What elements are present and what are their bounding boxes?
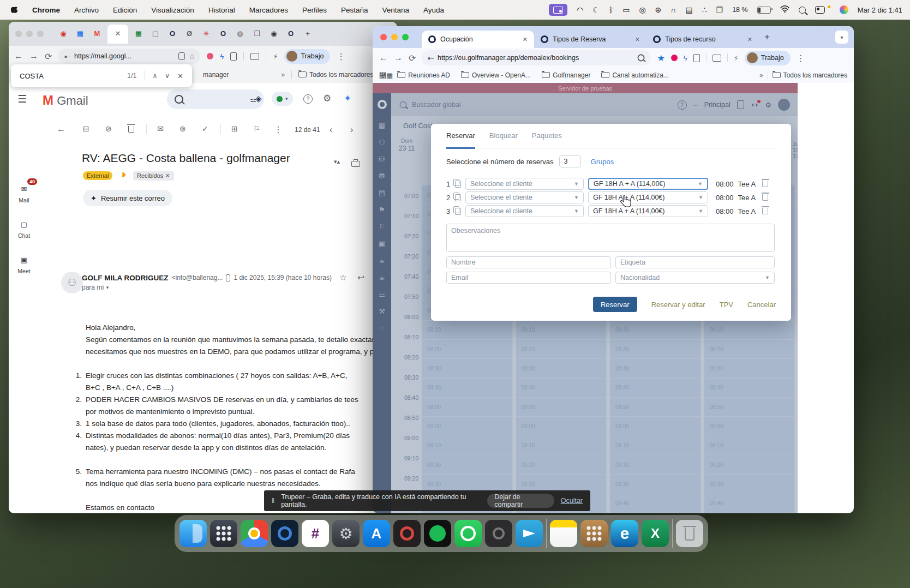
move-to-icon[interactable]: ⊞: [231, 124, 238, 133]
dock-app-icon[interactable]: [179, 520, 207, 547]
minimize-window-button[interactable]: [391, 34, 398, 40]
chrome-menu-icon[interactable]: ⋮: [337, 51, 345, 62]
find-query[interactable]: COSTA: [20, 72, 44, 80]
reply-icon[interactable]: ↩: [357, 273, 364, 283]
wifi-icon[interactable]: [780, 5, 789, 14]
dock-app-icon[interactable]: [516, 520, 543, 547]
reservar-button[interactable]: Reservar: [593, 297, 637, 312]
print-icon[interactable]: [351, 159, 360, 169]
folder-chip[interactable]: Recibidos ✕: [133, 171, 174, 181]
extension-dot-icon[interactable]: [671, 55, 678, 61]
product-select[interactable]: GF 18H A + A (114,00€)▼: [588, 191, 708, 203]
profile-chip[interactable]: Trabajo: [284, 49, 330, 64]
reload-button[interactable]: ⟳: [409, 53, 416, 63]
status-icon[interactable]: ∴: [702, 5, 707, 14]
search-icon[interactable]: [175, 95, 183, 104]
menubar-item[interactable]: Perfiles: [302, 6, 327, 14]
status-icon[interactable]: ❐: [716, 5, 723, 14]
labels-icon[interactable]: ⚐: [253, 124, 260, 133]
observations-textarea[interactable]: [446, 224, 775, 252]
external-label[interactable]: External: [83, 171, 112, 180]
find-next-icon[interactable]: ∨: [165, 72, 170, 80]
pinned-tab-icon[interactable]: ◉: [59, 29, 68, 38]
client-select[interactable]: Seleccione el cliente▼: [465, 191, 584, 203]
minimize-window-button[interactable]: [26, 31, 33, 37]
menubar-clock[interactable]: Mar 2 dic 1:41: [858, 6, 902, 14]
gmail-search-bar[interactable]: ⚍: [167, 89, 264, 109]
star-icon[interactable]: ☆: [339, 273, 346, 283]
site-info-icon[interactable]: ●–: [64, 53, 70, 59]
pinned-tab-icon[interactable]: ▢: [151, 29, 160, 38]
duplicate-row-icon[interactable]: [455, 181, 461, 188]
forward-button[interactable]: →: [29, 51, 38, 61]
apps-grid-icon[interactable]: ⿙︎▦: [379, 71, 393, 80]
email-input[interactable]: [446, 272, 611, 284]
find-previous-icon[interactable]: ∧: [153, 72, 158, 80]
extension-s-icon[interactable]: ϟ: [684, 54, 687, 62]
extension-dot-icon[interactable]: [207, 53, 213, 59]
pinned-tab-icon[interactable]: O: [168, 29, 177, 38]
close-window-button[interactable]: [15, 31, 22, 37]
hide-bar-link[interactable]: Ocultar: [561, 497, 583, 505]
spotlight-search-icon[interactable]: [799, 7, 806, 14]
browser-tab[interactable]: Ocupación ✕: [422, 31, 534, 48]
bookmark-item[interactable]: Golfmanager: [542, 71, 590, 79]
client-select[interactable]: Seleccione el cliente▼: [465, 205, 584, 217]
reservar-editar-button[interactable]: Reservar y editar: [651, 301, 705, 309]
dock-app-icon[interactable]: [676, 520, 703, 547]
pinned-tab-icon[interactable]: Ø: [185, 29, 194, 38]
screen-share-active-icon[interactable]: [549, 4, 567, 16]
pinned-tab-icon[interactable]: O: [286, 29, 295, 38]
close-window-button[interactable]: [380, 34, 387, 40]
mark-unread-icon[interactable]: ✉: [157, 124, 164, 133]
menubar-item[interactable]: Marcadores: [249, 6, 288, 14]
back-button[interactable]: ←: [14, 51, 23, 61]
collapse-icon[interactable]: ▾▴: [334, 158, 340, 165]
all-bookmarks-folder[interactable]: Todos los marcadores: [773, 71, 847, 79]
dock-app-icon[interactable]: [550, 520, 577, 547]
pinned-tab-icon[interactable]: ◉: [270, 29, 278, 38]
tab-search-button[interactable]: ▾: [835, 31, 848, 44]
companion-app-icon[interactable]: [840, 5, 848, 14]
status-icon[interactable]: ∩: [670, 5, 676, 14]
find-close-icon[interactable]: ✕: [177, 72, 183, 80]
bookmark-star-icon[interactable]: ☆: [189, 52, 195, 61]
sidebar-nav-item[interactable]: ▣ Meet: [14, 253, 34, 274]
back-to-inbox-icon[interactable]: ←: [57, 124, 65, 134]
pinned-tab-icon[interactable]: ✕: [107, 25, 128, 44]
settings-gear-icon[interactable]: ⚙: [323, 93, 331, 104]
dock-app-icon[interactable]: [302, 520, 329, 547]
bookmarks-overflow-icon[interactable]: »: [281, 71, 285, 79]
help-icon[interactable]: ?: [303, 94, 313, 104]
close-tab-icon[interactable]: ✕: [635, 36, 640, 43]
more-options-icon[interactable]: ⋮: [274, 124, 283, 135]
product-select[interactable]: GF 18H A + A (114,00€)▼: [588, 205, 708, 217]
bookmark-item[interactable]: Overview - OpenA...: [461, 71, 531, 79]
delete-row-icon[interactable]: [762, 208, 768, 214]
hamburger-menu-icon[interactable]: ☰: [17, 93, 27, 105]
delete-row-icon[interactable]: [762, 194, 768, 201]
bookmark-partial[interactable]: manager: [203, 71, 229, 79]
lightning-extension-icon[interactable]: ⚡: [734, 54, 739, 62]
dock-app-icon[interactable]: [271, 520, 298, 547]
menubar-item[interactable]: Archivo: [74, 6, 99, 14]
menubar-app-name[interactable]: Chrome: [32, 6, 60, 14]
sender-avatar[interactable]: ⚇: [61, 272, 83, 293]
duplicate-row-icon[interactable]: [455, 208, 461, 215]
dock-app-icon[interactable]: [611, 520, 638, 547]
menubar-item[interactable]: Historial: [208, 6, 235, 14]
delete-icon[interactable]: [128, 124, 134, 135]
dock-app-icon[interactable]: [424, 520, 451, 547]
report-spam-icon[interactable]: ⊘: [105, 124, 112, 133]
dock-app-icon[interactable]: [210, 520, 237, 547]
remove-label-icon[interactable]: ✕: [165, 172, 170, 179]
client-select[interactable]: Seleccione el cliente▼: [465, 178, 584, 190]
status-icon[interactable]: ᛒ: [609, 5, 613, 14]
dock-app-icon[interactable]: [241, 520, 268, 547]
gemini-icon[interactable]: ✦: [344, 93, 351, 104]
find-in-page-bar[interactable]: COSTA 1/1 ∧ ∨ ✕: [11, 64, 192, 87]
zoom-window-button[interactable]: [37, 31, 44, 37]
site-info-icon[interactable]: ●–: [427, 55, 434, 61]
shield-extension-icon[interactable]: ◈: [255, 94, 262, 104]
nombre-input[interactable]: [446, 256, 611, 268]
